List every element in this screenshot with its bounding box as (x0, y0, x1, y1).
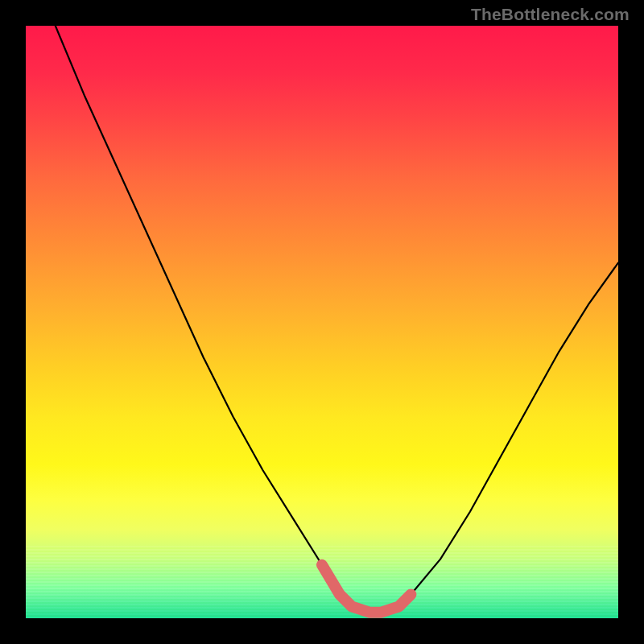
plot-area (26, 26, 618, 618)
watermark-text: TheBottleneck.com (471, 5, 630, 24)
chart-canvas: TheBottleneck.com (0, 0, 644, 644)
gradient-banding (26, 546, 618, 618)
